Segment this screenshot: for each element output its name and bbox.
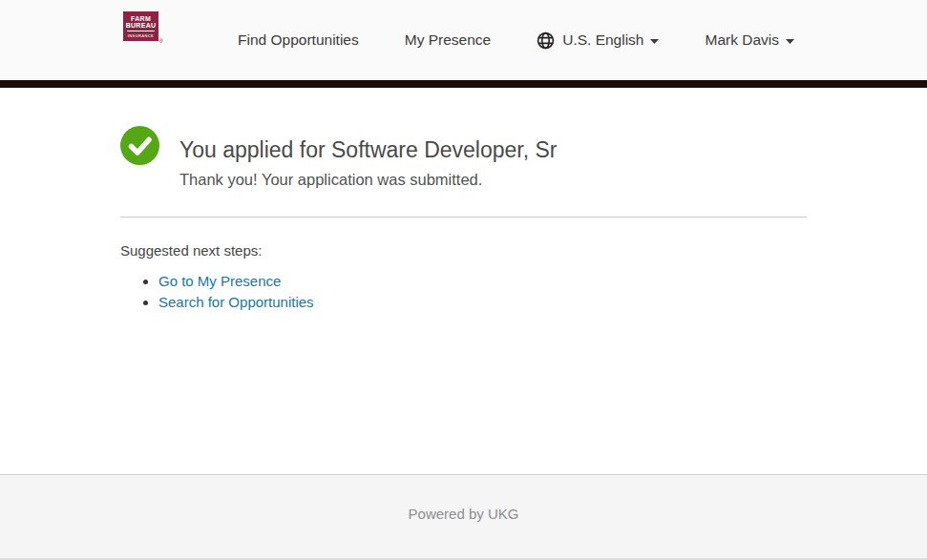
- farm-bureau-logo[interactable]: FARM BUREAU INSURANCE ®: [123, 11, 158, 41]
- success-text: You applied for Software Developer, Sr T…: [179, 126, 558, 190]
- check-circle-icon: [120, 126, 159, 165]
- content-container: You applied for Software Developer, Sr T…: [120, 88, 807, 313]
- header: FARM BUREAU INSURANCE ® Find Opportuniti…: [0, 0, 927, 88]
- page-title: You applied for Software Developer, Sr: [179, 136, 558, 163]
- link-search-for-opportunities[interactable]: Search for Opportunities: [158, 294, 314, 310]
- farm-bureau-logo-box: FARM BUREAU INSURANCE: [123, 11, 158, 41]
- nav-find-opportunities-label: Find Opportunities: [238, 31, 359, 49]
- language-selector[interactable]: U.S. English: [537, 31, 659, 50]
- language-label: U.S. English: [562, 31, 643, 49]
- link-go-to-my-presence[interactable]: Go to My Presence: [158, 273, 281, 289]
- nav-my-presence[interactable]: My Presence: [405, 31, 491, 49]
- next-steps-heading: Suggested next steps:: [120, 242, 807, 259]
- registered-mark-icon: ®: [159, 38, 163, 44]
- list-item: Search for Opportunities: [158, 292, 807, 313]
- logo-text-insurance: INSURANCE: [125, 33, 157, 38]
- next-steps-list: Go to My Presence Search for Opportuniti…: [120, 271, 807, 313]
- nav-my-presence-label: My Presence: [405, 31, 491, 49]
- success-message: You applied for Software Developer, Sr T…: [120, 88, 807, 190]
- logo-text-bureau: BUREAU: [125, 22, 157, 29]
- footer: Powered by UKG: [0, 474, 927, 560]
- divider: [120, 217, 807, 218]
- chevron-down-icon: [650, 39, 659, 44]
- user-menu[interactable]: Mark Davis: [705, 31, 794, 49]
- header-inner: FARM BUREAU INSURANCE ® Find Opportuniti…: [120, 0, 807, 80]
- powered-by-text: Powered by UKG: [0, 475, 927, 522]
- user-name: Mark Davis: [705, 31, 779, 49]
- main-content: You applied for Software Developer, Sr T…: [0, 88, 927, 474]
- nav-find-opportunities[interactable]: Find Opportunities: [238, 31, 359, 49]
- list-item: Go to My Presence: [158, 271, 807, 292]
- success-subtitle: Thank you! Your application was submitte…: [179, 169, 558, 190]
- main-nav: Find Opportunities My Presence U.S. Engl…: [238, 0, 794, 80]
- chevron-down-icon: [786, 39, 794, 44]
- logo-divider: [127, 31, 155, 31]
- logo-text-farm: FARM: [125, 15, 157, 22]
- globe-icon: [537, 31, 555, 50]
